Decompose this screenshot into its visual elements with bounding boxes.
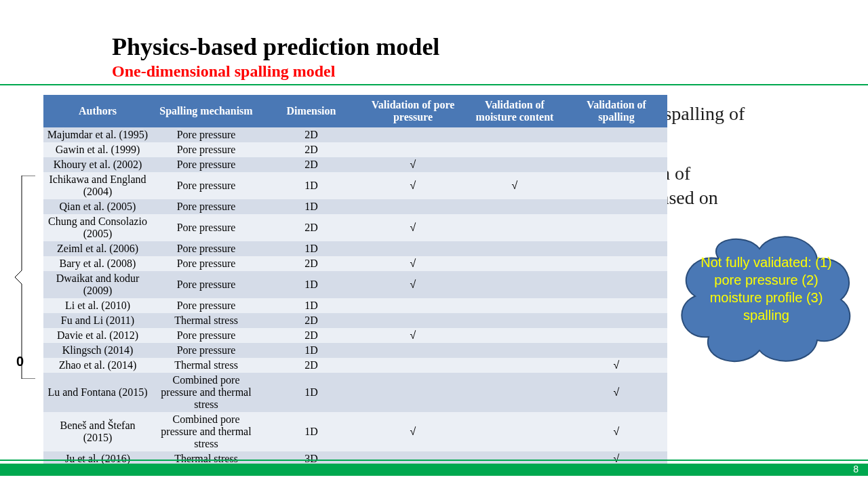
cell-vs: √ <box>566 358 667 373</box>
cell-dimension: 2D <box>260 313 362 328</box>
table-row: Fu and Li (2011)Thermal stress2D <box>43 313 667 328</box>
table-row: Beneš and Štefan (2015)Combined pore pre… <box>43 412 667 451</box>
cell-vs <box>566 256 667 271</box>
cell-dimension: 2D <box>260 256 362 271</box>
cell-dimension: 1D <box>260 343 362 358</box>
cell-dimension: 2D <box>260 328 362 343</box>
th-vpp: Validation of pore pressure <box>362 95 464 127</box>
table-row: Majumdar et al. (1995)Pore pressure2D <box>43 127 667 142</box>
th-authors: Authors <box>43 95 152 127</box>
cell-mechanism: Thermal stress <box>152 358 260 373</box>
table-row: Khoury et al. (2002)Pore pressure2D√ <box>43 157 667 172</box>
page-subtitle: One-dimensional spalling model <box>112 62 335 81</box>
bracket-label: 0 <box>16 354 24 369</box>
table-row: Davie et al. (2012)Pore pressure2D√ <box>43 328 667 343</box>
cell-vpp <box>362 313 464 328</box>
cell-vs: √ <box>566 373 667 412</box>
table-row: Lu and Fontana (2015)Combined pore press… <box>43 373 667 412</box>
cell-vpp: √ <box>362 256 464 271</box>
cell-vmc <box>464 199 566 214</box>
cell-dimension: 1D <box>260 373 362 412</box>
cell-authors: Li et al. (2010) <box>43 298 152 313</box>
cell-vs <box>566 127 667 142</box>
cell-vmc <box>464 241 566 256</box>
cell-authors: Chung and Consolazio (2005) <box>43 214 152 241</box>
slide: Physics-based prediction model One-dimen… <box>0 0 868 488</box>
cell-authors: Majumdar et al. (1995) <box>43 127 152 142</box>
table-row: Klingsch (2014)Pore pressure1D <box>43 343 667 358</box>
th-vmc: Validation of moisture content <box>464 95 566 127</box>
cell-mechanism: Combined pore pressure and thermal stres… <box>152 412 260 451</box>
cell-vmc <box>464 358 566 373</box>
cell-vmc <box>464 214 566 241</box>
cell-vs <box>566 313 667 328</box>
cell-vs <box>566 241 667 256</box>
cell-authors: Bary et al. (2008) <box>43 256 152 271</box>
table-row: Zeiml et al. (2006)Pore pressure1D <box>43 241 667 256</box>
cell-authors: Khoury et al. (2002) <box>43 157 152 172</box>
cell-vmc <box>464 298 566 313</box>
cell-mechanism: Pore pressure <box>152 214 260 241</box>
cell-mechanism: Pore pressure <box>152 199 260 214</box>
cell-mechanism: Pore pressure <box>152 157 260 172</box>
models-table-wrap: Authors Spalling mechanism Dimension Val… <box>43 95 667 466</box>
table-row: Qian et al. (2005)Pore pressure1D <box>43 199 667 214</box>
cell-dimension: 1D <box>260 199 362 214</box>
cell-vs <box>566 343 667 358</box>
table-row: Bary et al. (2008)Pore pressure2D√ <box>43 256 667 271</box>
cell-dimension: 1D <box>260 172 362 199</box>
cell-dimension: 2D <box>260 214 362 241</box>
cell-vpp: √ <box>362 271 464 298</box>
cell-dimension: 1D <box>260 271 362 298</box>
cell-vpp <box>362 142 464 157</box>
cell-mechanism: Pore pressure <box>152 127 260 142</box>
cell-dimension: 1D <box>260 412 362 451</box>
page-title: Physics-based prediction model <box>112 33 439 61</box>
cell-vmc <box>464 256 566 271</box>
cell-dimension: 1D <box>260 298 362 313</box>
table-header-row: Authors Spalling mechanism Dimension Val… <box>43 95 667 127</box>
cell-mechanism: Pore pressure <box>152 172 260 199</box>
cell-vpp: √ <box>362 214 464 241</box>
cell-vpp: √ <box>362 157 464 172</box>
cell-mechanism: Pore pressure <box>152 328 260 343</box>
cell-authors: Fu and Li (2011) <box>43 313 152 328</box>
cell-authors: Qian et al. (2005) <box>43 199 152 214</box>
cell-vpp <box>362 199 464 214</box>
cell-vpp: √ <box>362 328 464 343</box>
page-number: 8 <box>853 464 859 474</box>
cell-mechanism: Pore pressure <box>152 142 260 157</box>
cell-mechanism: Pore pressure <box>152 256 260 271</box>
cell-vpp <box>362 298 464 313</box>
cell-vs <box>566 142 667 157</box>
cell-vmc <box>464 328 566 343</box>
cell-authors: Beneš and Štefan (2015) <box>43 412 152 451</box>
cell-vmc <box>464 142 566 157</box>
cell-authors: Gawin et al. (1999) <box>43 142 152 157</box>
cell-vs <box>566 214 667 241</box>
cell-authors: Zeiml et al. (2006) <box>43 241 152 256</box>
cell-vmc <box>464 157 566 172</box>
cell-vpp: √ <box>362 172 464 199</box>
cell-dimension: 2D <box>260 127 362 142</box>
title-rule <box>0 84 868 85</box>
cell-authors: Zhao et al. (2014) <box>43 358 152 373</box>
cell-dimension: 2D <box>260 358 362 373</box>
cell-vpp: √ <box>362 412 464 451</box>
cell-vs <box>566 298 667 313</box>
cell-mechanism: Pore pressure <box>152 241 260 256</box>
table-row: Li et al. (2010)Pore pressure1D <box>43 298 667 313</box>
cell-vmc <box>464 127 566 142</box>
th-mechanism: Spalling mechanism <box>152 95 260 127</box>
cell-dimension: 2D <box>260 142 362 157</box>
cell-vs <box>566 271 667 298</box>
cell-vs <box>566 199 667 214</box>
cell-vs <box>566 328 667 343</box>
cell-vpp <box>362 343 464 358</box>
cell-dimension: 2D <box>260 157 362 172</box>
cell-vpp <box>362 373 464 412</box>
th-vs: Validation of spalling <box>566 95 667 127</box>
cell-authors: Ichikawa and England (2004) <box>43 172 152 199</box>
cell-vs <box>566 157 667 172</box>
bracket-icon <box>15 176 35 379</box>
